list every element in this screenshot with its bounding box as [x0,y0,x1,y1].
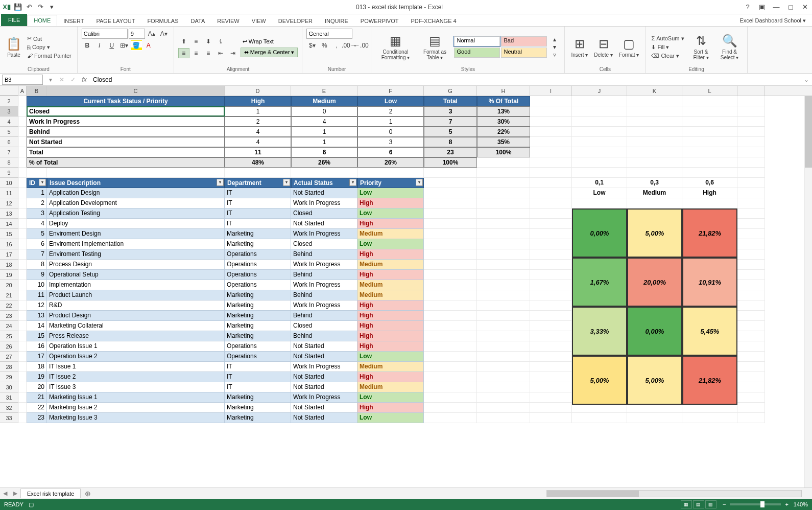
style-bad[interactable]: Bad [501,36,547,47]
vscroll-thumb[interactable] [805,96,812,168]
tab-powerpivot[interactable]: POWERPIVOT [354,16,405,26]
hscroll-thumb[interactable] [547,491,639,497]
number-format-combo[interactable] [306,29,352,39]
row-header-32[interactable]: 32 [0,403,18,413]
align-top-icon[interactable]: ⬆ [178,36,189,47]
accounting-format-icon[interactable]: $▾ [306,40,318,51]
row-header-21[interactable]: 21 [0,290,18,300]
style-normal[interactable]: Normal [454,36,500,47]
tab-home[interactable]: HOME [27,15,57,26]
row-header-4[interactable]: 4 [0,117,18,127]
row-header-27[interactable]: 27 [0,352,18,362]
vertical-scrollbar[interactable] [804,96,812,488]
increase-indent-icon[interactable]: ⇥ [227,48,238,58]
increase-decimal-icon[interactable]: .00→ [343,40,354,51]
horizontal-scrollbar[interactable] [95,490,812,497]
page-break-view-icon[interactable]: ▥ [705,500,717,508]
name-box[interactable] [2,75,43,85]
col-header-D[interactable]: D [225,86,291,96]
tab-formulas[interactable]: FORMULAS [141,16,184,26]
merge-center-button[interactable]: ⬌Merge & Center ▾ [241,48,298,57]
col-header-J[interactable]: J [572,86,627,96]
name-box-dropdown-icon[interactable]: ▾ [45,76,56,83]
autosum-button[interactable]: ΣAutoSum ▾ [650,35,685,42]
font-size-combo[interactable] [129,29,145,39]
sort-filter-button[interactable]: ⇅Sort & Filter ▾ [688,33,714,61]
row-header-11[interactable]: 11 [0,188,18,198]
orientation-icon[interactable]: ⤹ [215,36,226,47]
page-layout-view-icon[interactable]: ▤ [693,500,704,508]
format-painter-button[interactable]: 🖌Format Painter [26,52,73,59]
row-header-28[interactable]: 28 [0,362,18,372]
row-header-6[interactable]: 6 [0,137,18,147]
row-header-17[interactable]: 17 [0,249,18,260]
row-header-33[interactable]: 33 [0,413,18,423]
font-color-button[interactable]: A [143,40,154,51]
zoom-slider[interactable] [730,503,781,505]
row-header-19[interactable]: 19 [0,270,18,280]
row-header-8[interactable]: 8 [0,157,18,168]
formula-input[interactable] [90,75,801,85]
grid-row-7[interactable]: 7Total116623100% [0,147,812,157]
redo-icon[interactable]: ↷ [36,3,45,12]
italic-button[interactable]: I [94,40,105,51]
grid-row-3[interactable]: 3Closed102313% [0,106,812,117]
row-header-26[interactable]: 26 [0,341,18,352]
row-header-5[interactable]: 5 [0,127,18,137]
row-header-3[interactable]: 3 [0,106,18,117]
macro-record-icon[interactable]: ▢ [29,501,34,508]
qat-customize-icon[interactable]: ▾ [47,3,56,12]
style-good[interactable]: Good [454,48,500,58]
row-header-2[interactable]: 2 [0,96,18,106]
style-neutral[interactable]: Neutral [501,48,547,58]
row-header-20[interactable]: 20 [0,280,18,290]
tab-data[interactable]: DATA [185,16,211,26]
grid-row-8[interactable]: 8% of Total48%26%26%100% [0,157,812,168]
select-all-corner[interactable] [0,86,18,96]
decrease-indent-icon[interactable]: ⇤ [215,48,226,58]
align-center-icon[interactable]: ≡ [190,48,202,58]
zoom-in-icon[interactable]: + [785,501,788,507]
clear-button[interactable]: ⌫Clear ▾ [650,52,685,60]
filter-icon[interactable]: ▾ [416,179,423,186]
col-header-L[interactable]: L [682,86,737,96]
row-header-12[interactable]: 12 [0,198,18,208]
styles-scroll-up-icon[interactable]: ▴ [549,36,560,43]
fill-button[interactable]: ⬇Fill ▾ [650,43,685,51]
fill-color-button[interactable]: 🪣 [131,40,142,51]
row-header-13[interactable]: 13 [0,208,18,219]
col-header-I[interactable]: I [530,86,572,96]
grid-row-10[interactable]: 10ID▾Issue Description▾Department▾Actual… [0,178,812,188]
ribbon-options-icon[interactable]: ▣ [757,3,767,11]
col-header-K[interactable]: K [627,86,682,96]
col-header-F[interactable]: F [357,86,424,96]
row-header-7[interactable]: 7 [0,147,18,157]
tab-review[interactable]: REVIEW [211,16,245,26]
wrap-text-button[interactable]: ↩ Wrap Text [241,37,298,46]
decrease-font-icon[interactable]: A▾ [158,29,170,39]
underline-button[interactable]: U [106,40,117,51]
normal-view-icon[interactable]: ▦ [681,500,692,508]
cancel-formula-icon[interactable]: ✕ [56,76,67,83]
col-header-A[interactable]: A [18,86,27,96]
account-menu[interactable]: Excel Dashboard School ▾ [733,15,812,26]
align-left-icon[interactable]: ≡ [178,48,189,58]
filter-icon[interactable]: ▾ [283,179,290,186]
zoom-level[interactable]: 140% [794,501,808,507]
row-header-16[interactable]: 16 [0,239,18,249]
tab-developer[interactable]: DEVELOPER [272,16,319,26]
close-icon[interactable]: ✕ [800,3,810,11]
add-sheet-icon[interactable]: ⊕ [81,490,95,498]
filter-icon[interactable]: ▾ [39,179,46,186]
tab-page-layout[interactable]: PAGE LAYOUT [90,16,141,26]
delete-cells-button[interactable]: ⊟Delete ▾ [592,36,615,59]
save-icon[interactable]: 💾 [13,3,22,12]
grid-row-4[interactable]: 4Work In Progress241730% [0,117,812,127]
format-as-table-button[interactable]: ▤Format as Table ▾ [417,33,452,61]
row-header-15[interactable]: 15 [0,229,18,239]
grid-row-6[interactable]: 6Not Started413835% [0,137,812,147]
decrease-decimal-icon[interactable]: ←.00 [355,40,367,51]
font-name-combo[interactable] [82,29,128,39]
undo-icon[interactable]: ↶ [25,3,34,12]
cell-styles-gallery[interactable]: Normal Bad Good Neutral [454,36,547,58]
